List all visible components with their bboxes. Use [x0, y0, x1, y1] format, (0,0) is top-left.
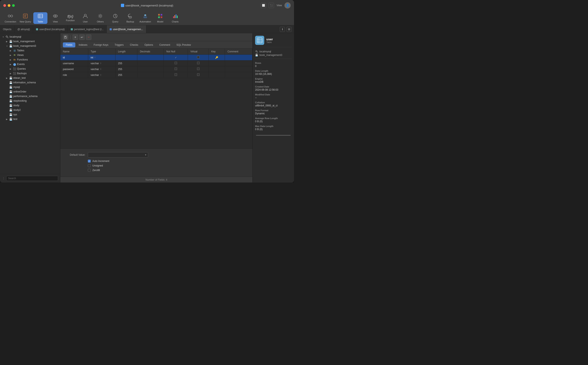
- sidebar-item-views[interactable]: ▶ 👁 Views: [0, 53, 60, 57]
- sidebar-item-study2[interactable]: 💾 study2: [0, 108, 60, 112]
- col-header-comment[interactable]: Comment: [225, 49, 252, 55]
- toolbar-user[interactable]: User: [78, 12, 92, 24]
- toolbar-automation[interactable]: Automation: [138, 12, 152, 24]
- sidebar-item-backups[interactable]: ▶ ⬛ Backups: [0, 71, 60, 76]
- cell-virtual-id[interactable]: [188, 55, 208, 61]
- subtab-options[interactable]: Options: [142, 42, 156, 47]
- tab-user-test[interactable]: user@test (localmysql): [33, 25, 68, 33]
- tab-persistent-logins[interactable]: persistent_logins@test (l...: [68, 25, 107, 33]
- sidebar-label-tables: Tables: [17, 49, 24, 52]
- undo-button[interactable]: ↩: [79, 35, 85, 40]
- cell-not-null-username[interactable]: [164, 61, 188, 66]
- cell-virtual-password[interactable]: [188, 66, 208, 72]
- col-header-length[interactable]: Length: [115, 49, 137, 55]
- toolbar-view[interactable]: View: [48, 12, 62, 24]
- toolbar-model[interactable]: Model: [153, 12, 167, 24]
- unsigned-checkbox[interactable]: [88, 164, 91, 167]
- sidebar-item-information-schema[interactable]: 💾 information_schema: [0, 80, 60, 85]
- sidebar-item-test[interactable]: ▶ 💾 test: [0, 117, 60, 121]
- info-table-icon: [255, 36, 264, 45]
- type-spinner-id[interactable]: ⇕: [94, 56, 96, 59]
- add-row-button[interactable]: +: [73, 35, 78, 40]
- subtab-sql-preview[interactable]: SQL Preview: [173, 42, 194, 47]
- minimize-button[interactable]: [8, 4, 10, 7]
- save-button[interactable]: [63, 35, 68, 40]
- col-header-virtual[interactable]: Virtual: [188, 49, 208, 55]
- toolbar-connection[interactable]: Connection: [3, 12, 17, 24]
- tab-localmysql[interactable]: @ almysql): [14, 25, 33, 33]
- subtab-fields[interactable]: Fields: [63, 42, 75, 47]
- subtab-checks[interactable]: Checks: [127, 42, 141, 47]
- sidebar-item-ebean-test[interactable]: ▶ 💾 ebean_test: [0, 76, 60, 80]
- toolbar-others[interactable]: Others: [93, 12, 107, 24]
- close-button[interactable]: [3, 4, 6, 7]
- info-val-collation: utf8mb4_0900_ai_ci: [255, 104, 292, 107]
- col-header-type[interactable]: Type: [88, 49, 115, 55]
- sidebar-item-tables[interactable]: ▶ ⊞ Tables: [0, 48, 60, 53]
- cell-virtual-role[interactable]: [188, 72, 208, 78]
- subtab-triggers[interactable]: Triggers: [112, 42, 127, 47]
- app-window: user@book_management3 (localmysql) ⬜ ⬛ V…: [0, 0, 294, 182]
- sidebar-item-queries[interactable]: ▶ ⬛ Queries: [0, 67, 60, 71]
- sidebar-item-sys[interactable]: 💾 sys: [0, 112, 60, 117]
- sidebar-item-study[interactable]: 💾 study: [0, 103, 60, 108]
- sidebar-toggle-left[interactable]: ⬜: [261, 3, 266, 8]
- type-spinner-password[interactable]: ⇕: [100, 68, 101, 70]
- subtab-comment[interactable]: Comment: [157, 42, 173, 47]
- auto-increment-checkbox[interactable]: [88, 160, 91, 162]
- tab-objects-label: Objects: [3, 28, 11, 31]
- cell-not-null-password[interactable]: [164, 66, 188, 72]
- default-value-input[interactable]: ▾: [88, 152, 148, 158]
- type-spinner-role[interactable]: ⇕: [100, 74, 101, 76]
- col-header-decimals[interactable]: Decimals: [137, 49, 164, 55]
- tab-user-book[interactable]: user@book_managemen...: [107, 25, 146, 33]
- sidebar-item-staybooking[interactable]: 💾 staybooking: [0, 98, 60, 103]
- toolbar-backup[interactable]: Backup: [123, 12, 137, 24]
- user-avatar[interactable]: 👤: [284, 2, 291, 8]
- sidebar-toggle-right[interactable]: ⬛: [269, 3, 274, 8]
- cell-not-null-id[interactable]: ✓: [164, 55, 188, 61]
- subtab-foreign-keys[interactable]: Foreign Keys: [91, 42, 111, 47]
- chevron-functions: ▶: [9, 59, 12, 61]
- others-icon: [97, 13, 103, 20]
- toolbar-charts[interactable]: Charts: [168, 12, 182, 24]
- sidebar-item-book-management3[interactable]: ▾ 💾 book_management3: [0, 44, 60, 48]
- fullscreen-button[interactable]: [12, 4, 15, 7]
- sidebar-item-book-management[interactable]: ▶ 💾 book_management: [0, 39, 60, 44]
- tab-objects[interactable]: Objects: [0, 25, 14, 33]
- toolbar-query[interactable]: Query: [108, 12, 122, 24]
- cell-not-null-role[interactable]: [164, 72, 188, 78]
- info-panel-btn[interactable]: ℹ: [280, 27, 285, 32]
- info-scrollbar[interactable]: [256, 135, 291, 136]
- toolbar-new-query[interactable]: New Query: [18, 12, 32, 24]
- subtab-indexes[interactable]: Indexes: [76, 42, 90, 47]
- resize-handle[interactable]: ⋮: [2, 177, 5, 180]
- table-row[interactable]: username varchar ⇕ 255: [60, 61, 252, 66]
- sidebar-item-online-order[interactable]: 💾 onlineOrder: [0, 89, 60, 94]
- sidebar-item-performance-schema[interactable]: 💾 performance_schema: [0, 94, 60, 98]
- col-header-name[interactable]: Name: [60, 49, 88, 55]
- user-icon: [82, 13, 88, 20]
- sidebar-item-mysql[interactable]: 💾 mysql: [0, 85, 60, 89]
- info-key-rows: Rows: [255, 62, 292, 64]
- cell-virtual-username[interactable]: [188, 61, 208, 66]
- table-row[interactable]: id int ⇕ ✓: [60, 55, 252, 61]
- action-toolbar: + ↩ −: [60, 33, 252, 41]
- table-row[interactable]: role varchar ⇕ 255: [60, 72, 252, 78]
- svg-rect-23: [158, 14, 160, 16]
- toolbar-table[interactable]: Table: [33, 12, 47, 24]
- sidebar-item-events[interactable]: ▶ ⬤ Events: [0, 62, 60, 67]
- grid-panel-btn[interactable]: ⊞: [287, 27, 292, 32]
- col-header-key[interactable]: Key: [209, 49, 225, 55]
- zerofill-checkbox[interactable]: [88, 169, 91, 172]
- sidebar-item-localmysql[interactable]: ▾ 🔌 localmysql: [0, 35, 60, 39]
- type-spinner-username[interactable]: ⇕: [100, 62, 101, 64]
- db-icon-study: 💾: [9, 104, 13, 107]
- toolbar-function[interactable]: f(x) Function: [63, 12, 77, 24]
- sidebar-item-functions[interactable]: ▶ fx Functions: [0, 57, 60, 62]
- table-row[interactable]: password varchar ⇕ 255: [60, 66, 252, 72]
- col-header-not-null[interactable]: Not Null: [164, 49, 188, 55]
- search-input[interactable]: [6, 176, 58, 181]
- toolbar-user-label: User: [83, 20, 88, 23]
- delete-button[interactable]: −: [86, 35, 91, 40]
